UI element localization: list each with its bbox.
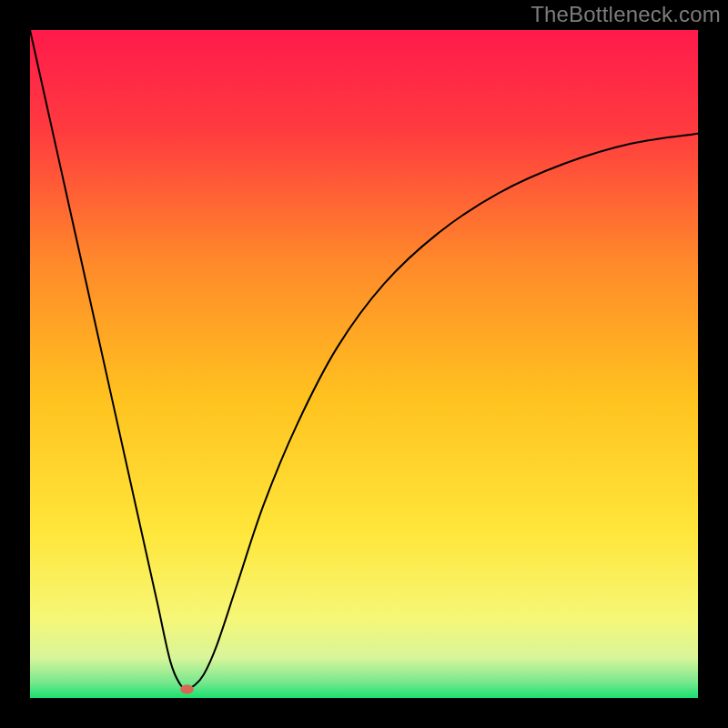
watermark-label: TheBottleneck.com: [531, 2, 721, 27]
plot-area: [30, 30, 698, 698]
chart-stage: TheBottleneck.com: [0, 0, 728, 728]
bottleneck-chart: [0, 0, 728, 728]
optimal-marker: [180, 684, 194, 693]
